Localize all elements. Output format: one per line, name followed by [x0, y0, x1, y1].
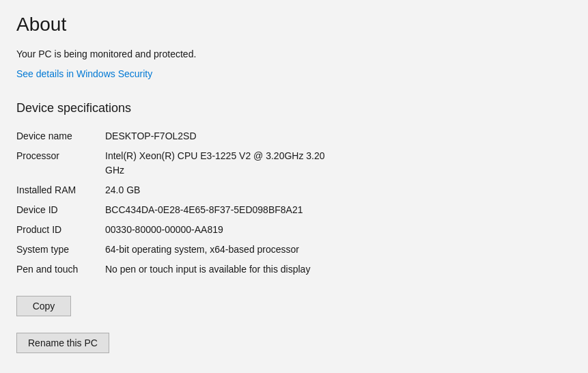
spec-value: BCC434DA-0E28-4E65-8F37-5ED098BF8A21	[105, 200, 331, 220]
rename-pc-button[interactable]: Rename this PC	[16, 333, 109, 353]
spec-value: No pen or touch input is available for t…	[105, 260, 331, 279]
spec-label: Device ID	[16, 200, 105, 220]
copy-button[interactable]: Copy	[16, 296, 71, 316]
spec-value: Intel(R) Xeon(R) CPU E3-1225 V2 @ 3.20GH…	[105, 146, 331, 180]
spec-label: Pen and touch	[16, 260, 105, 279]
table-row: Pen and touchNo pen or touch input is av…	[16, 260, 331, 279]
spec-value: 00330-80000-00000-AA819	[105, 220, 331, 240]
table-row: Product ID00330-80000-00000-AA819	[16, 220, 331, 240]
spec-value: DESKTOP-F7OL2SD	[105, 126, 331, 146]
spec-label: Product ID	[16, 220, 105, 240]
spec-value: 64-bit operating system, x64-based proce…	[105, 240, 331, 260]
rename-button-row: Rename this PC	[16, 324, 572, 353]
spec-label: Processor	[16, 146, 105, 180]
table-row: ProcessorIntel(R) Xeon(R) CPU E3-1225 V2…	[16, 146, 331, 180]
action-buttons: Copy	[16, 296, 572, 316]
spec-label: System type	[16, 240, 105, 260]
spec-label: Device name	[16, 126, 105, 146]
table-row: Installed RAM24.0 GB	[16, 180, 331, 200]
table-row: Device nameDESKTOP-F7OL2SD	[16, 126, 331, 146]
security-text: Your PC is being monitored and protected…	[16, 48, 572, 61]
spec-value: 24.0 GB	[105, 180, 331, 200]
table-row: System type64-bit operating system, x64-…	[16, 240, 331, 260]
device-specs-heading: Device specifications	[16, 101, 572, 115]
spec-label: Installed RAM	[16, 180, 105, 200]
page-title: About	[16, 14, 572, 36]
security-link[interactable]: See details in Windows Security	[16, 68, 152, 79]
table-row: Device IDBCC434DA-0E28-4E65-8F37-5ED098B…	[16, 200, 331, 220]
specs-table: Device nameDESKTOP-F7OL2SDProcessorIntel…	[16, 126, 331, 279]
